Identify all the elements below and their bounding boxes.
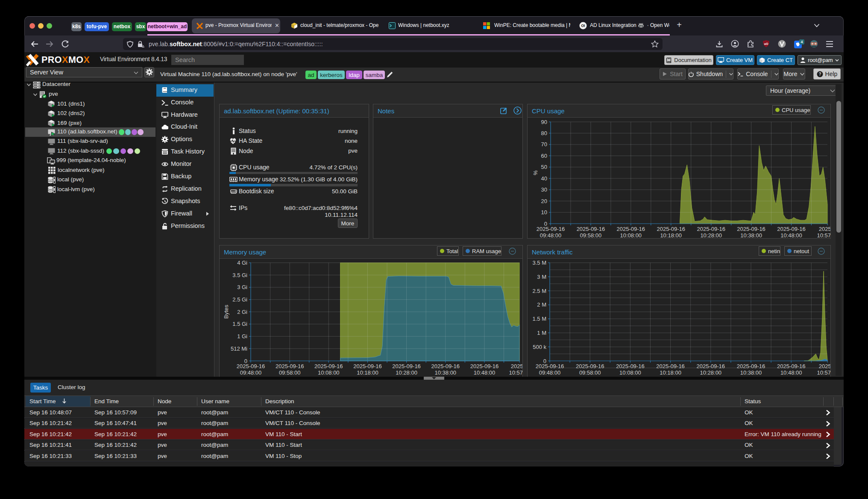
svg-text:09:48:00: 09:48:00 xyxy=(240,369,262,376)
svg-text:4 Gi: 4 Gi xyxy=(237,260,247,266)
svg-text:10:57: 10:57 xyxy=(509,369,522,376)
svg-text:OI: OI xyxy=(581,24,585,28)
svg-text:2.5 M: 2.5 M xyxy=(532,288,546,294)
svg-text:10:18:00: 10:18:00 xyxy=(660,232,682,238)
svg-text:2025-09-16: 2025-09-16 xyxy=(576,363,604,369)
svg-text:2025-09-16: 2025-09-16 xyxy=(577,226,605,232)
svg-text:09:48:00: 09:48:00 xyxy=(540,232,562,238)
svg-text:20: 20 xyxy=(541,198,547,204)
svg-text:10:38:00: 10:38:00 xyxy=(740,232,762,238)
svg-text:2025-09-16: 2025-09-16 xyxy=(737,363,765,369)
svg-text:10:38:00: 10:38:00 xyxy=(740,369,762,376)
svg-text:500 k: 500 k xyxy=(533,344,546,350)
svg-text:80: 80 xyxy=(541,130,547,136)
svg-text:10:48:00: 10:48:00 xyxy=(780,232,802,238)
svg-text:uO: uO xyxy=(764,42,768,45)
svg-text:1 M: 1 M xyxy=(537,330,546,336)
svg-text:2025-09-16: 2025-09-16 xyxy=(777,226,806,232)
svg-text:10:18:00: 10:18:00 xyxy=(357,369,378,376)
svg-text:2025-09-16: 2025-09-16 xyxy=(617,226,645,232)
svg-text:Bytes: Bytes xyxy=(223,304,229,319)
svg-text:60: 60 xyxy=(541,153,547,159)
svg-text:10:57: 10:57 xyxy=(817,232,830,238)
svg-text:10:57: 10:57 xyxy=(817,369,830,376)
svg-text:2025-0: 2025-0 xyxy=(819,226,830,232)
svg-text:10:38:00: 10:38:00 xyxy=(434,369,456,376)
svg-text:40: 40 xyxy=(541,175,547,182)
svg-text:2025-09-16: 2025-09-16 xyxy=(777,363,806,369)
svg-text:2025-09-16: 2025-09-16 xyxy=(392,363,421,369)
svg-text:10:28:00: 10:28:00 xyxy=(700,232,722,238)
svg-text:512 Mi: 512 Mi xyxy=(231,345,247,352)
svg-text:2025-09-16: 2025-09-16 xyxy=(353,363,382,369)
svg-text:10:08:00: 10:08:00 xyxy=(620,232,642,238)
svg-text:2025-09-16: 2025-09-16 xyxy=(537,226,565,232)
svg-text:09:48:00: 09:48:00 xyxy=(539,369,561,376)
svg-text:70: 70 xyxy=(541,141,547,148)
svg-text:1 Gi: 1 Gi xyxy=(237,333,247,340)
svg-text:3 M: 3 M xyxy=(537,274,546,280)
svg-text:2025-09-16: 2025-09-16 xyxy=(616,363,645,369)
svg-text:10:08:00: 10:08:00 xyxy=(318,369,340,376)
svg-text:2025-09-16: 2025-09-16 xyxy=(431,363,460,369)
svg-text:2025-09-16: 2025-09-16 xyxy=(536,363,564,369)
svg-text:09:58:00: 09:58:00 xyxy=(579,369,601,376)
svg-text:2.5 Gi: 2.5 Gi xyxy=(232,296,247,303)
svg-text:10:28:00: 10:28:00 xyxy=(700,369,721,376)
svg-text:3.5 Gi: 3.5 Gi xyxy=(232,272,247,278)
svg-text:09:58:00: 09:58:00 xyxy=(279,369,301,376)
svg-text:2 M: 2 M xyxy=(537,301,546,308)
svg-text:2025-09-16: 2025-09-16 xyxy=(697,363,725,369)
svg-text:2025-09-16: 2025-09-16 xyxy=(656,363,685,369)
svg-text:1.5 Gi: 1.5 Gi xyxy=(232,321,247,327)
svg-text:2025-09-16: 2025-09-16 xyxy=(314,363,343,369)
svg-text:2025-0: 2025-0 xyxy=(819,363,830,369)
svg-text:2025-09-16: 2025-09-16 xyxy=(737,226,765,232)
svg-text:4: 4 xyxy=(801,40,803,44)
svg-text:10:08:00: 10:08:00 xyxy=(619,369,641,376)
svg-text:?: ? xyxy=(818,72,821,77)
svg-text:10:28:00: 10:28:00 xyxy=(396,369,417,376)
svg-text:30: 30 xyxy=(541,186,547,193)
svg-text:3 Gi: 3 Gi xyxy=(237,284,247,290)
svg-text:2025-0: 2025-0 xyxy=(511,363,522,369)
svg-text:2025-09-16: 2025-09-16 xyxy=(237,363,265,369)
svg-text:%: % xyxy=(532,170,539,175)
svg-text:50: 50 xyxy=(541,164,547,170)
svg-text:2025-09-16: 2025-09-16 xyxy=(276,363,304,369)
svg-text:2025-09-16: 2025-09-16 xyxy=(697,226,725,232)
svg-text:10:18:00: 10:18:00 xyxy=(660,369,681,376)
svg-text:10:48:00: 10:48:00 xyxy=(474,369,496,376)
svg-text:09:58:00: 09:58:00 xyxy=(580,232,602,238)
svg-text:90: 90 xyxy=(541,119,547,125)
svg-text:2 Gi: 2 Gi xyxy=(237,309,247,315)
svg-text:1.5 M: 1.5 M xyxy=(532,316,546,322)
svg-text:10: 10 xyxy=(541,209,547,216)
svg-text:3.5 M: 3.5 M xyxy=(532,260,546,266)
svg-text:10:48:00: 10:48:00 xyxy=(780,369,802,376)
svg-text:2025-09-16: 2025-09-16 xyxy=(657,226,685,232)
svg-text:2025-09-16: 2025-09-16 xyxy=(470,363,499,369)
